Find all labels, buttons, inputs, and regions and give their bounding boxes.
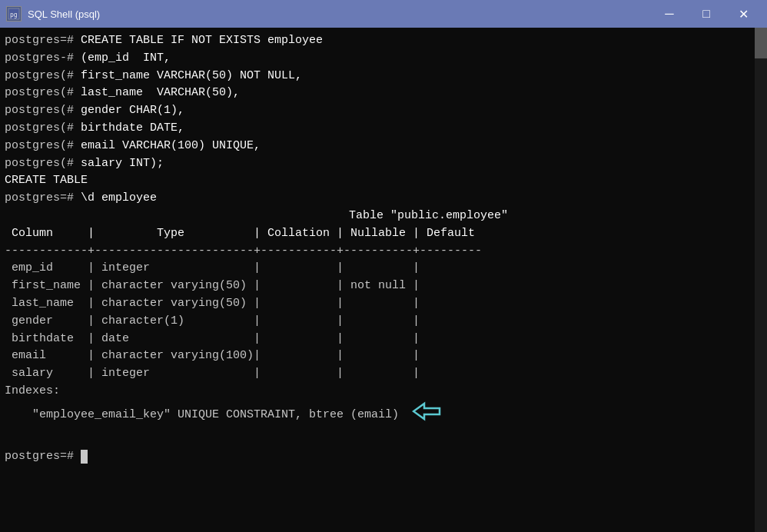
- svg-text:pg: pg: [10, 12, 18, 18]
- data-row-firstname: first_name | character varying(50) | | n…: [5, 278, 749, 295]
- terminal-content: postgres=# CREATE TABLE IF NOT EXISTS em…: [5, 32, 762, 466]
- line-separator: ------------+-----------------------+---…: [5, 243, 749, 261]
- svg-marker-2: [413, 404, 440, 419]
- sql-shell-window: pg SQL Shell (psql) ─ □ ✕ postgres=# CRE…: [0, 0, 767, 532]
- indexes-entry-line: "employee_email_key" UNIQUE CONSTRAINT, …: [5, 401, 749, 431]
- line-3: postgres(# first_name VARCHAR(50) NOT NU…: [5, 68, 749, 85]
- scrollbar[interactable]: [755, 28, 767, 532]
- indexes-header: Indexes:: [5, 383, 749, 401]
- line-1: postgres=# CREATE TABLE IF NOT EXISTS em…: [5, 32, 749, 50]
- line-describe-cmd: postgres=# \d employee: [5, 190, 749, 208]
- data-row-birthdate: birthdate | date | | |: [5, 331, 749, 348]
- indexes-entry-text: "employee_email_key" UNIQUE CONSTRAINT, …: [5, 407, 406, 424]
- scrollbar-thumb[interactable]: [755, 28, 767, 58]
- line-7: postgres(# email VARCHAR(100) UNIQUE,: [5, 138, 749, 155]
- cursor-block: [81, 450, 88, 464]
- empty-line-1: [5, 431, 749, 448]
- data-row-empid: emp_id | integer | | |: [5, 260, 749, 278]
- line-table-title: Table "public.employee": [5, 208, 749, 225]
- close-button[interactable]: ✕: [725, 2, 761, 25]
- line-4: postgres(# last_name VARCHAR(50),: [5, 85, 749, 102]
- line-6: postgres(# birthdate DATE,: [5, 120, 749, 138]
- terminal-body[interactable]: postgres=# CREATE TABLE IF NOT EXISTS em…: [0, 28, 767, 532]
- app-icon: pg: [6, 6, 22, 22]
- arrow-left-icon: [412, 401, 443, 431]
- minimize-button[interactable]: ─: [652, 2, 687, 25]
- window-controls: ─ □ ✕: [652, 2, 761, 25]
- line-col-header: Column | Type | Collation | Nullable | D…: [5, 225, 749, 243]
- prompt-text: postgres=#: [5, 448, 81, 466]
- data-row-gender: gender | character(1) | | |: [5, 313, 749, 331]
- prompt-cursor-line: postgres=#: [5, 448, 749, 466]
- line-result: CREATE TABLE: [5, 172, 749, 190]
- line-2: postgres-# (emp_id INT,: [5, 50, 749, 68]
- title-bar: pg SQL Shell (psql) ─ □ ✕: [0, 0, 767, 28]
- data-row-email: email | character varying(100)| | |: [5, 347, 749, 365]
- line-8: postgres(# salary INT);: [5, 155, 749, 173]
- data-row-lastname: last_name | character varying(50) | | |: [5, 295, 749, 313]
- window-title: SQL Shell (psql): [28, 8, 652, 20]
- maximize-button[interactable]: □: [689, 2, 724, 25]
- data-row-salary: salary | integer | | |: [5, 365, 749, 383]
- line-5: postgres(# gender CHAR(1),: [5, 102, 749, 120]
